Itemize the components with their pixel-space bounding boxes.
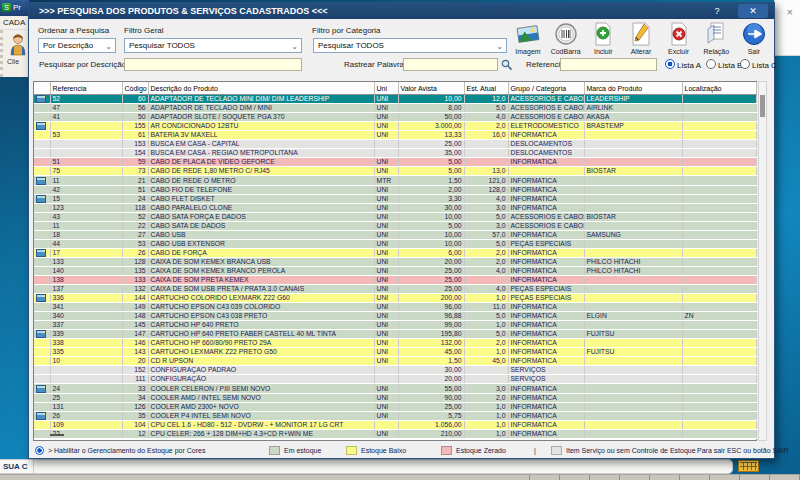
- table-row[interactable]: 1524CABO FLET DISKETUNI3,304,0INFORMATIC…: [34, 194, 756, 203]
- add-button[interactable]: Incluir: [586, 21, 620, 59]
- cell-codigo: 149: [122, 303, 148, 312]
- low-stock-swatch: [346, 446, 357, 455]
- clients-person-icon[interactable]: [9, 33, 27, 61]
- table-row[interactable]: 133128CAIXA DE SOM KEMEX BRANCA USBUNI20…: [34, 258, 756, 267]
- keyboard-tray-icon[interactable]: [738, 460, 759, 472]
- column-header[interactable]: Est. Atual: [464, 82, 508, 95]
- stock-colors-radio-icon[interactable]: [35, 446, 44, 455]
- search-icon[interactable]: [501, 57, 513, 75]
- table-row[interactable]: 137132CAIXA DE SOM USB PRETA / PRATA 3.0…: [34, 285, 756, 294]
- table-row[interactable]: 341149CARTUCHO EPSON C43 039 COLORIDOUNI…: [34, 303, 756, 312]
- table-row[interactable]: 123118CABO PARALELO CLONEUNI30,003,0INFO…: [34, 203, 756, 212]
- table-row[interactable]: 155AR CONDICIONADO 12BTUUNI3.000,002,0EL…: [34, 122, 756, 131]
- cell-localizacao: [682, 239, 756, 248]
- category-filter-select[interactable]: Pesquisar TODOS⌄: [313, 38, 507, 53]
- scrollbar-thumb[interactable]: [760, 95, 765, 117]
- table-row[interactable]: 2433COOLER CELERON / PIII SEMI NOVOUNI55…: [34, 384, 756, 393]
- general-filter-select[interactable]: Pesquisar TODOS⌄: [124, 38, 302, 53]
- table-row[interactable]: 2212CPU CELER: 266 + 128 DIM+HD 4.3+CD R…: [34, 429, 756, 438]
- table-row[interactable]: 335143CARTUCHO LEXMARK Z22 PRETO G50UNI4…: [34, 348, 756, 357]
- table-row[interactable]: 109104CPU CEL 1.6 - HD80 - 512 - DVDRW -…: [34, 420, 756, 429]
- table-row[interactable]: 337145CARTUCHO HP 640 PRETOUNI99,001,0IN…: [34, 321, 756, 330]
- table-row[interactable]: 1020CD R UPSONUNI1,5045,0INFORMATICA: [34, 357, 756, 366]
- image-button[interactable]: Imagem: [511, 21, 545, 59]
- column-header[interactable]: Localização: [682, 82, 756, 95]
- table-row[interactable]: 5260ADAPTADOR DE TECLADO MINI DIM/ DIM L…: [34, 95, 756, 104]
- table-row[interactable]: 2635COOLER P4 INTEL SEMI NOVOUNI5,751,0I…: [34, 411, 756, 420]
- parent-menu-cadastro[interactable]: CADA: [0, 16, 29, 30]
- table-row[interactable]: 4352CABO SATA FORÇA E DADOSUNI10,005,0AC…: [34, 212, 756, 221]
- table-row[interactable]: 152CONFIGURAÇAO PADRAO30,00SERVIÇOS: [34, 366, 756, 375]
- horizontal-scrollbar-thumb[interactable]: [50, 434, 64, 436]
- enable-stock-colors-toggle[interactable]: > Habilitar o Gerenciamento do Estoque p…: [48, 447, 205, 454]
- cell-valor-avista: 5,00: [398, 158, 464, 167]
- cell-referencia: 123: [50, 203, 122, 212]
- table-row[interactable]: 5361BATERIA 3V MAXELLUNI13,3316,0INFORMA…: [34, 131, 756, 140]
- delete-button[interactable]: Excluir: [662, 21, 696, 59]
- table-row[interactable]: 5159CABO DE PLACA DE VIDEO GEFORCEUNI5,0…: [34, 158, 756, 167]
- table-row[interactable]: 1122CABO SATA DE DADOSUNI5,003,0ACESSORI…: [34, 221, 756, 230]
- order-search-select[interactable]: Por Descrição⌄: [38, 38, 116, 53]
- exit-button[interactable]: Sair: [737, 21, 771, 59]
- cell-valor-avista: 25,00: [398, 402, 464, 411]
- cell-uni: UNI: [374, 131, 398, 140]
- reference-input[interactable]: [560, 58, 657, 71]
- cell-uni: UNI: [374, 384, 398, 393]
- report-button[interactable]: Relação: [699, 21, 733, 59]
- cell-valor-avista: 50,00: [398, 113, 464, 122]
- cell-grupo-categoria: ACESSORIOS E CABOS: [508, 221, 584, 230]
- table-row[interactable]: 154BUSCA EM CASA - REGIAO METROPOLITANA3…: [34, 149, 756, 158]
- cell-est-atual: 5,0: [464, 104, 508, 113]
- column-header[interactable]: [34, 82, 50, 95]
- table-row[interactable]: 138133CAIXA DE SOM PRETA KEMEXUNI25,00IN…: [34, 276, 756, 285]
- table-row[interactable]: 111CONFIGURAÇÃO20,00SERVIÇOS: [34, 375, 756, 384]
- column-header[interactable]: Uni: [374, 82, 398, 95]
- table-row[interactable]: 7573CABO DE REDE 1,80 METRO C/ RJ45UNI5,…: [34, 167, 756, 176]
- cell-descricao: CABO DE REDE O METRO: [148, 176, 374, 185]
- table-row[interactable]: 339147CARTUCHO HP 640 PRETO FABER CASTEL…: [34, 330, 756, 339]
- table-row[interactable]: 4150ADAPTADOR SLOTE / SOQUETE PGA 370UNI…: [34, 113, 756, 122]
- column-header[interactable]: Marca do Produto: [584, 82, 682, 95]
- product-photo-icon: [36, 330, 46, 338]
- cell-grupo-categoria: [508, 167, 584, 176]
- column-header[interactable]: Valor Avista: [398, 82, 464, 95]
- close-button[interactable]: ✕: [738, 4, 768, 18]
- cell-marca: FUJITSU: [584, 330, 682, 339]
- table-row[interactable]: 4251CABO FIO DE TELEFONEUNI2,00128,0INFO…: [34, 185, 756, 194]
- column-header[interactable]: Descrição do Produto: [148, 82, 374, 95]
- column-header[interactable]: Código: [122, 82, 148, 95]
- table-row[interactable]: 4453CABO USB EXTENSORUNI10,005,0PEÇAS ES…: [34, 239, 756, 248]
- cell-localizacao: [682, 321, 756, 330]
- cell-marca: [584, 285, 682, 294]
- table-row[interactable]: 2534COOLER AMD / INTEL SEMI NOVOUNI90,00…: [34, 393, 756, 402]
- barcode-button[interactable]: CodBarra: [549, 21, 583, 59]
- cell-grupo-categoria: INFORMATICA: [508, 131, 584, 140]
- table-row[interactable]: 340148CARTUCHO EPSON C43 038 PRETOUNI96,…: [34, 312, 756, 321]
- cell-valor-avista: 132,00: [398, 339, 464, 348]
- table-row[interactable]: 4756ADAPTADOR DE TECLADO DIM / MINIUNI8,…: [34, 104, 756, 113]
- order-search-label: Ordenar a Pesquisa: [38, 26, 109, 35]
- table-row[interactable]: 140135CAIXA DE SOM KEMEX BRANCO PEROLAUN…: [34, 267, 756, 276]
- help-button[interactable]: ?: [708, 3, 726, 19]
- edit-button[interactable]: Alterar: [624, 21, 658, 59]
- table-row[interactable]: 338146CARTUCHO HP 660/80/90 PRETO 29AUNI…: [34, 339, 756, 348]
- column-header[interactable]: Grupo / Categoria: [508, 82, 584, 95]
- parent-close-icon[interactable]: ×: [787, 6, 793, 18]
- column-header[interactable]: Referencia: [50, 82, 122, 95]
- cell-grupo-categoria: PEÇAS ESPECIAIS: [508, 285, 584, 294]
- table-row[interactable]: 131126COOLER AMD 2300+ NOVOUNI25,001,0IN…: [34, 402, 756, 411]
- cell-codigo: 143: [122, 348, 148, 357]
- cell-grupo-categoria: INFORMATICA: [508, 303, 584, 312]
- vertical-scrollbar[interactable]: [758, 81, 767, 441]
- track-words-input[interactable]: [403, 58, 498, 71]
- search-description-input[interactable]: [124, 58, 302, 71]
- table-row[interactable]: 153BUSCA EM CASA - CAPITAL25,00DESLOCAME…: [34, 140, 756, 149]
- table-row[interactable]: 1121CABO DE REDE O METROMTR1,50121,0INFO…: [34, 176, 756, 185]
- table-row[interactable]: 336144CARTUCHO COLORIDO LEXMARK Z22 G60U…: [34, 294, 756, 303]
- row-image-cell: [34, 276, 50, 285]
- table-row[interactable]: 1726CABO DE FORÇAUNI6,002,0INFORMATICA: [34, 248, 756, 257]
- list-c-radio[interactable]: Lista C: [740, 59, 777, 70]
- list-b-radio[interactable]: Lista B: [706, 59, 742, 70]
- table-row[interactable]: 1827CABO USBUNI10,0057,0INFORMATICASAMSU…: [34, 230, 756, 239]
- list-a-radio[interactable]: Lista A: [665, 59, 701, 70]
